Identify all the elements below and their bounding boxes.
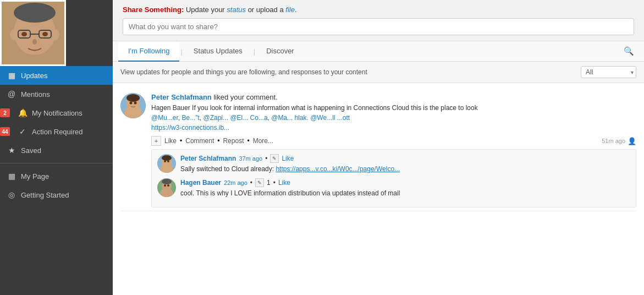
sidebar-item-mentions-label: Mentions [21, 90, 50, 99]
reply-link[interactable]: https://apps...v.co...ki/W0c.../page/Wel… [276, 165, 400, 173]
reply-time-2[interactable]: 22m ago [224, 179, 247, 186]
filter-select[interactable]: All People Communities Files [581, 66, 636, 78]
tab-divider-1: | [179, 47, 183, 56]
svg-point-14 [130, 102, 133, 105]
reply-avatar-2 [157, 178, 176, 197]
mention-1[interactable]: @Mu...er [151, 114, 178, 122]
mention-7[interactable]: hlak. [294, 114, 308, 122]
mention-3[interactable]: @Zapi... [203, 114, 229, 122]
svg-point-27 [167, 184, 169, 187]
reply-text-1: Sally switched to Cloud already: [180, 165, 276, 173]
filter-description: View updates for people and things you a… [120, 68, 581, 76]
post-link[interactable]: https://w3-connections.ib... [151, 124, 229, 132]
tab-discover[interactable]: Discover [256, 41, 304, 62]
reply-content: Peter Schlafmann 37m ago • ✎ Like Sally … [180, 154, 630, 174]
mention-4[interactable]: @El... [230, 114, 248, 122]
replies-section: Peter Schlafmann 37m ago • ✎ Like Sally … [151, 149, 636, 207]
reply-likes: 1 [267, 179, 271, 187]
sidebar-item-getting-started-label: Getting Started [21, 191, 69, 199]
avatar[interactable] [0, 0, 66, 66]
feed: Peter Schlafmann liked your comment. Hag… [113, 83, 644, 295]
share-end: . [295, 6, 297, 14]
svg-point-22 [162, 155, 172, 161]
mention-6[interactable]: @Ma... [271, 114, 293, 122]
svg-point-15 [134, 102, 137, 105]
sidebar-item-saved-label: Saved [21, 146, 41, 155]
share-input-wrap [123, 18, 634, 35]
mention-9[interactable]: ...ott [337, 114, 350, 122]
sidebar-item-updates-label: Updates [21, 72, 47, 80]
action-sep-1: • [180, 137, 182, 145]
table-row: Peter Schlafmann liked your comment. Hag… [120, 89, 636, 211]
action-badge: 44 [0, 127, 10, 136]
svg-point-16 [126, 94, 140, 102]
reply-like[interactable]: Like [282, 155, 294, 162]
tab-status-updates[interactable]: Status Updates [184, 41, 252, 62]
share-body-text: Update your [186, 6, 227, 14]
filter-select-wrap: All People Communities Files [581, 66, 636, 78]
reply-header-2: Hagen Bauer 22m ago • ✎ 1 • Like [180, 178, 630, 187]
file-link[interactable]: file [285, 6, 295, 14]
reply-edit-button-2[interactable]: ✎ [255, 178, 264, 187]
more-action[interactable]: More... [253, 137, 273, 145]
post-content: Peter Schlafmann liked your comment. Hag… [151, 93, 636, 207]
reply-time[interactable]: 37m ago [239, 155, 262, 162]
post-actions: + Like • Comment • Repost • More... 51m … [151, 136, 636, 146]
mention-2[interactable]: Be..."t [182, 114, 200, 122]
avatar[interactable] [120, 93, 146, 118]
share-mid-text: or upload a [248, 6, 286, 14]
repost-action[interactable]: Repost [223, 137, 244, 145]
star-icon: ★ [7, 146, 16, 155]
sidebar-item-my-page-label: My Page [21, 172, 49, 181]
filter-bar: View updates for people and things you a… [113, 62, 644, 83]
reply-content-2: Hagen Bauer 22m ago • ✎ 1 • Like cool. T [180, 178, 630, 198]
search-icon[interactable]: 🔍 [619, 42, 639, 61]
sidebar-item-action-required[interactable]: 44 ✓ Action Required [0, 122, 113, 141]
tabs-bar: I'm Following | Status Updates | Discove… [113, 41, 644, 62]
reply-sep-2: • [250, 179, 252, 187]
svg-point-9 [10, 29, 18, 40]
tab-divider-2: | [252, 47, 256, 56]
reply-sep: • [265, 155, 267, 162]
checkmark-icon: ✓ [18, 127, 27, 136]
tab-following[interactable]: I'm Following [118, 41, 179, 62]
svg-point-7 [42, 32, 48, 36]
svg-point-10 [52, 29, 59, 40]
reply-edit-button[interactable]: ✎ [270, 154, 279, 163]
reply-like-2[interactable]: Like [278, 179, 290, 187]
svg-point-2 [14, 3, 56, 23]
post-author[interactable]: Peter Schlafmann [151, 93, 212, 101]
comment-action[interactable]: Comment [185, 137, 214, 145]
list-item: Hagen Bauer 22m ago • ✎ 1 • Like cool. T [157, 178, 630, 198]
sidebar-item-my-page[interactable]: ▦ My Page [0, 167, 113, 185]
mention-5[interactable]: Co...a [250, 114, 268, 122]
page-icon: ▦ [7, 172, 16, 181]
sidebar-item-my-notifications[interactable]: 2 🔔 My Notifications [0, 103, 113, 122]
bell-icon: 🔔 [18, 108, 27, 117]
at-icon: @ [7, 90, 16, 99]
reply-sep-like: • [273, 179, 276, 187]
sidebar-item-my-notifications-label: My Notifications [32, 109, 82, 117]
status-link[interactable]: status [227, 6, 246, 14]
svg-point-8 [32, 39, 37, 45]
sidebar-item-getting-started[interactable]: ◎ Getting Started [0, 185, 113, 204]
reply-text-2: cool. This is why I LOVE information dis… [180, 189, 400, 197]
post-body: Hagen Bauer If you look for internal inf… [151, 103, 636, 133]
sidebar-item-updates[interactable]: ▦ Updates [0, 66, 113, 85]
main-content: Share Something: Update your status or u… [113, 0, 644, 295]
grid-icon: ▦ [7, 71, 16, 80]
post-timestamp: 51m ago 👤 [602, 137, 636, 145]
share-label: Share Something: Update your status or u… [123, 6, 634, 14]
sidebar-item-saved[interactable]: ★ Saved [0, 141, 113, 160]
timestamp-text: 51m ago [602, 138, 625, 144]
sidebar-item-mentions[interactable]: @ Mentions [0, 85, 113, 103]
expand-button[interactable]: + [151, 136, 161, 146]
reply-author-2[interactable]: Hagen Bauer [180, 179, 221, 187]
sidebar-item-action-required-label: Action Required [32, 128, 83, 136]
mention-8[interactable]: @We...ll [310, 114, 335, 122]
reply-author[interactable]: Peter Schlafmann [180, 155, 236, 162]
post-body-author[interactable]: Hagen Bauer [151, 104, 192, 112]
like-action[interactable]: Like [164, 137, 177, 145]
circle-icon: ◎ [7, 190, 16, 199]
share-input[interactable] [123, 18, 634, 35]
